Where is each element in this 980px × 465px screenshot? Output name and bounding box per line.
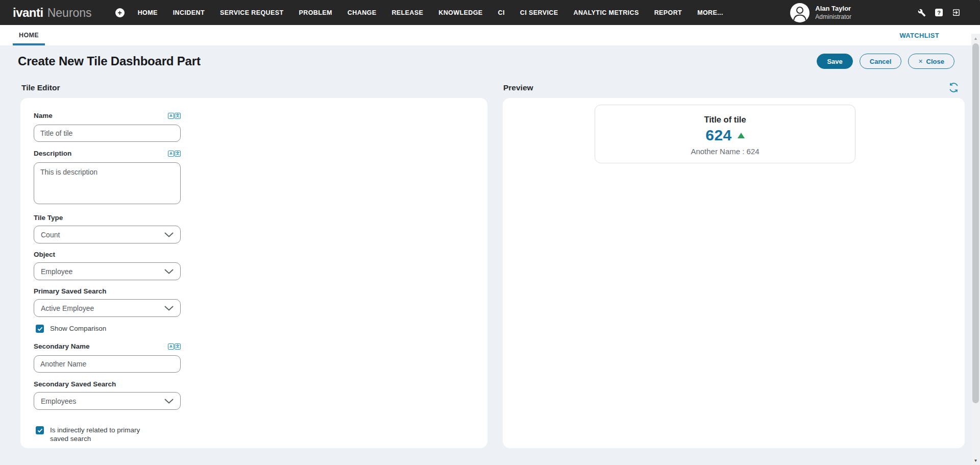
tab-home-label: HOME (19, 32, 39, 39)
primary-saved-search-select[interactable]: Active Employee (34, 299, 181, 317)
nav-item-ci-service[interactable]: CI SERVICE (520, 9, 558, 16)
scrollbar-thumb[interactable] (972, 43, 979, 403)
secondary-saved-search-select[interactable]: Employees (34, 392, 181, 410)
top-navbar: ivanti Neurons + HOME INCIDENT SERVICE R… (0, 0, 980, 25)
main-menu: HOME INCIDENT SERVICE REQUEST PROBLEM CH… (138, 9, 723, 16)
brand-logo: ivanti Neurons (13, 6, 92, 20)
user-role: Administrator (815, 13, 851, 21)
scroll-up-arrow-icon[interactable]: ▲ (971, 35, 980, 42)
nav-item-home[interactable]: HOME (138, 9, 158, 16)
save-button[interactable]: Save (817, 54, 852, 69)
translate-icon[interactable]: A文 (168, 344, 181, 350)
translate-a-glyph: A (168, 344, 174, 350)
close-button-label: Close (926, 58, 944, 65)
nav-item-service-request[interactable]: SERVICE REQUEST (220, 9, 284, 16)
tile-type-value: Count (41, 231, 60, 239)
scroll-down-arrow-icon[interactable]: ▼ (971, 457, 980, 464)
help-icon[interactable]: ? (935, 9, 943, 16)
translate-a-glyph: A (168, 151, 174, 157)
secondary-saved-search-field-group: Secondary Saved Search Employees (34, 380, 194, 410)
object-value: Employee (41, 267, 72, 276)
nav-item-report[interactable]: REPORT (654, 9, 682, 16)
secondary-name-field-group: Secondary Name A文 (34, 342, 194, 373)
name-label: Name (34, 112, 53, 119)
nav-item-problem[interactable]: PROBLEM (299, 9, 332, 16)
tile-value-row: 624 (705, 127, 745, 144)
translate-icon[interactable]: A文 (168, 113, 181, 119)
avatar[interactable] (790, 3, 810, 22)
preview-panel: Title of tile 624 Another Name : 624 (503, 98, 965, 448)
object-select[interactable]: Employee (34, 262, 181, 280)
refresh-preview-button[interactable] (948, 82, 959, 93)
preview-heading: Preview (503, 83, 533, 92)
user-name: Alan Taylor (815, 4, 851, 13)
settings-wrench-icon[interactable] (918, 9, 926, 17)
secondary-saved-search-label: Secondary Saved Search (34, 380, 116, 388)
nav-item-ci[interactable]: CI (498, 9, 505, 16)
tab-bar: HOME WATCHLIST (0, 25, 980, 45)
close-button[interactable]: × Close (908, 54, 954, 69)
object-field-group: Object Employee (34, 251, 194, 280)
tab-home[interactable]: HOME (13, 25, 45, 45)
tile-editor-heading: Tile Editor (21, 83, 60, 92)
secondary-name-input[interactable] (34, 355, 181, 373)
translate-b-glyph: 文 (175, 151, 181, 157)
name-input[interactable] (34, 125, 181, 142)
tile-type-select[interactable]: Count (34, 226, 181, 243)
check-icon (37, 428, 43, 433)
nav-item-analytic-metrics[interactable]: ANALYTIC METRICS (573, 9, 639, 16)
translate-icon[interactable]: A文 (168, 151, 181, 157)
logout-icon[interactable] (952, 8, 961, 17)
content-area: Create New Tile Dashboard Part Save Canc… (0, 45, 980, 465)
tile-title: Title of tile (704, 115, 746, 125)
check-icon (37, 327, 43, 331)
primary-saved-search-value: Active Employee (41, 304, 94, 312)
trend-up-icon (738, 133, 745, 138)
indirect-relation-label: Is indirectly related to primary saved s… (50, 426, 158, 443)
description-textarea[interactable]: This is description (34, 162, 181, 204)
add-circle-icon[interactable]: + (115, 8, 125, 17)
nav-item-incident[interactable]: INCIDENT (173, 9, 205, 16)
indirect-relation-checkbox-row[interactable]: Is indirectly related to primary saved s… (36, 426, 194, 443)
page-title: Create New Tile Dashboard Part (18, 54, 201, 68)
user-menu[interactable]: Alan Taylor Administrator (790, 3, 851, 22)
show-comparison-checkbox-row[interactable]: Show Comparison (36, 324, 194, 333)
translate-b-glyph: 文 (175, 113, 181, 119)
refresh-icon (948, 82, 959, 93)
secondary-name-label: Secondary Name (34, 342, 90, 350)
brand-ivanti: ivanti (13, 6, 43, 20)
nav-item-release[interactable]: RELEASE (391, 9, 423, 16)
cancel-button-label: Cancel (870, 58, 892, 65)
header-actions: Save Cancel × Close (817, 54, 954, 69)
description-label: Description (34, 150, 71, 157)
nav-item-more[interactable]: MORE... (697, 9, 723, 16)
nav-item-change[interactable]: CHANGE (348, 9, 377, 16)
indirect-relation-checkbox[interactable] (36, 426, 44, 434)
cancel-button[interactable]: Cancel (860, 54, 902, 69)
save-button-label: Save (827, 58, 842, 65)
show-comparison-checkbox[interactable] (36, 325, 44, 333)
user-meta: Alan Taylor Administrator (815, 4, 851, 21)
close-x-icon: × (918, 57, 922, 65)
nav-item-knowledge[interactable]: KNOWLEDGE (438, 9, 482, 16)
object-label: Object (34, 251, 55, 258)
tile-editor-form: Name A文 Description A文 This is descripti… (20, 98, 194, 443)
tile-type-field-group: Tile Type Count (34, 214, 194, 243)
primary-saved-search-field-group: Primary Saved Search Active Employee (34, 287, 194, 317)
vertical-scrollbar[interactable]: ▲ ▼ (971, 34, 980, 465)
translate-b-glyph: 文 (175, 344, 181, 350)
description-field-group: Description A文 This is description (34, 150, 194, 206)
tile-count-value: 624 (705, 127, 732, 144)
tile-type-label: Tile Type (34, 214, 63, 222)
page-header: Create New Tile Dashboard Part Save Canc… (18, 54, 954, 69)
primary-saved-search-label: Primary Saved Search (34, 287, 107, 295)
secondary-saved-search-value: Employees (41, 397, 76, 405)
watchlist-link[interactable]: WATCHLIST (899, 32, 939, 39)
show-comparison-label: Show Comparison (50, 324, 106, 333)
chevron-down-icon (164, 232, 174, 237)
nav-tools: ? (918, 8, 961, 17)
preview-tile-card: Title of tile 624 Another Name : 624 (595, 105, 855, 163)
translate-a-glyph: A (168, 113, 174, 119)
tile-editor-panel: Name A文 Description A文 This is descripti… (20, 98, 487, 448)
chevron-down-icon (164, 306, 174, 311)
